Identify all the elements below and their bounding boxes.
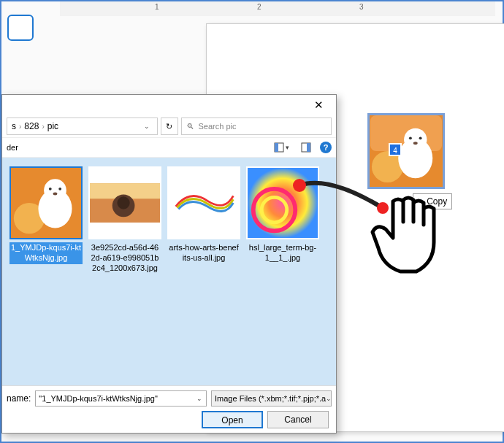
file-open-dialog: ✕ s › 828 › pic ⌄ ↻ 🔍︎ Search pic der ▾ … — [1, 94, 337, 434]
file-name-label: 1_YMJDp-kqus7i-ktWtksNjg.jpg — [9, 242, 83, 264]
file-name-label: hsl_large_term-bg-1__1_.jpg — [246, 242, 319, 264]
svg-point-16 — [49, 188, 52, 190]
svg-point-4 — [404, 128, 427, 151]
refresh-button[interactable]: ↻ — [161, 118, 178, 135]
dialog-bottom-bar: name: "1_YMJDp-kqus7i-ktWtksNjg.jpg" ⌄ I… — [2, 385, 336, 433]
filename-value: "1_YMJDp-kqus7i-ktWtksNjg.jpg" — [39, 394, 157, 403]
file-name-label: arts-how-arts-benefits-us-all.jpg — [167, 242, 240, 264]
ruler-mark-1: 1 — [155, 3, 159, 11]
file-name-label: 3e9252cd-a56d-462d-a619-e998051b2c4_1200… — [88, 242, 161, 274]
svg-rect-11 — [307, 143, 310, 152]
copy-tooltip-label: Copy — [427, 196, 447, 207]
chevron-down-icon[interactable]: ⌄ — [141, 123, 153, 130]
svg-point-22 — [117, 196, 129, 209]
file-item[interactable]: arts-how-arts-benefits-us-all.jpg — [166, 163, 242, 266]
open-button[interactable]: Open — [202, 411, 263, 428]
cancel-button[interactable]: Cancel — [267, 411, 329, 428]
crumb-item[interactable]: 828 — [24, 121, 39, 131]
svg-point-15 — [44, 179, 66, 201]
chevron-right-icon: › — [19, 123, 21, 131]
ruler-mark-2: 2 — [257, 3, 261, 11]
filetype-select[interactable]: Image Files (*.xbm;*.tif;*.pjp;*.a ⌄ — [211, 390, 332, 407]
svg-point-17 — [58, 188, 61, 190]
filename-label: name: — [7, 393, 31, 404]
chevron-down-icon[interactable]: ⌄ — [196, 395, 202, 402]
dialog-toolbar: der ▾ ? — [2, 137, 336, 158]
path-bar: s › 828 › pic ⌄ ↻ 🔍︎ Search pic — [2, 115, 336, 137]
svg-point-7 — [413, 142, 418, 145]
search-icon: 🔍︎ — [186, 122, 194, 131]
ruler-mark-3: 3 — [359, 3, 364, 11]
file-thumbnail — [167, 166, 240, 239]
file-thumbnail — [9, 166, 83, 239]
toolbar-slot[interactable] — [7, 15, 34, 41]
chevron-down-icon: ▾ — [286, 144, 289, 151]
crumb-item[interactable]: s — [12, 121, 16, 131]
view-options-button[interactable]: ▾ — [271, 141, 292, 154]
ruler: 1 2 3 — [60, 1, 495, 16]
file-list[interactable]: 1_YMJDp-kqus7i-ktWtksNjg.jpg 3e9252cd-a5… — [2, 158, 336, 385]
filename-input[interactable]: "1_YMJDp-kqus7i-ktWtksNjg.jpg" ⌄ — [35, 390, 207, 407]
folder-label: der — [7, 143, 18, 152]
dialog-titlebar: ✕ — [2, 95, 336, 115]
help-icon[interactable]: ? — [320, 142, 332, 153]
file-item[interactable]: 3e9252cd-a56d-462d-a619-e998051b2c4_1200… — [87, 163, 163, 275]
file-item[interactable]: 1_YMJDp-kqus7i-ktWtksNjg.jpg — [8, 163, 84, 266]
svg-rect-9 — [275, 143, 278, 152]
crumb-item[interactable]: pic — [47, 121, 58, 131]
svg-point-6 — [419, 136, 422, 139]
filetype-value: Image Files (*.xbm;*.tif;*.pjp;*.a — [215, 394, 326, 403]
close-button[interactable]: ✕ — [304, 96, 333, 115]
file-thumbnail — [246, 166, 319, 239]
copy-tooltip: + Copy — [413, 193, 452, 209]
svg-point-5 — [409, 136, 412, 139]
search-input[interactable]: 🔍︎ Search pic — [181, 118, 332, 135]
chevron-right-icon: › — [42, 123, 44, 131]
file-thumbnail — [88, 166, 161, 239]
file-item[interactable]: hsl_large_term-bg-1__1_.jpg — [245, 163, 321, 266]
drag-count-badge: 4 — [389, 143, 402, 156]
preview-pane-button[interactable] — [298, 141, 314, 154]
drag-preview-thumbnail: 4 — [367, 113, 445, 189]
chevron-down-icon[interactable]: ⌄ — [326, 395, 332, 402]
svg-point-18 — [53, 193, 58, 196]
search-placeholder: Search pic — [199, 122, 237, 131]
breadcrumb[interactable]: s › 828 › pic ⌄ — [7, 118, 158, 135]
plus-icon: + — [418, 196, 424, 207]
